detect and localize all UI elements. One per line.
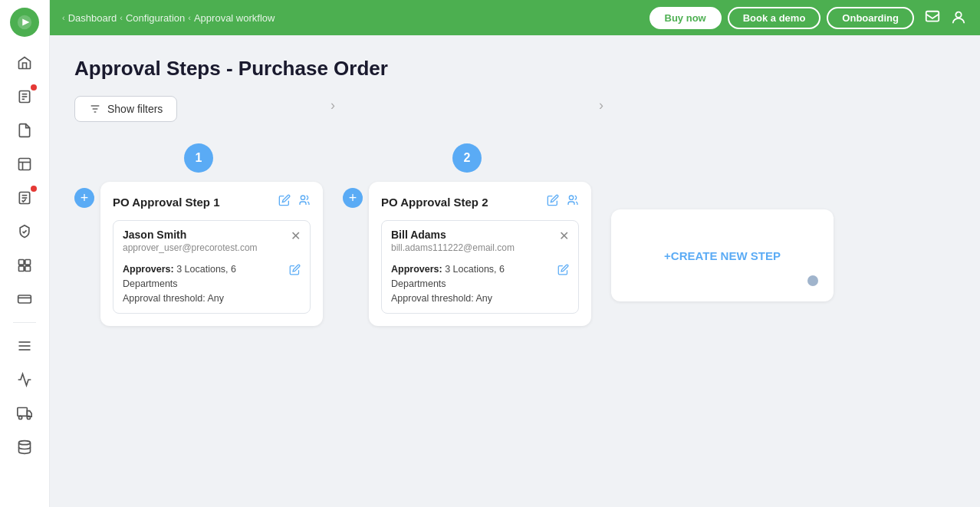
breadcrumb-approval-workflow[interactable]: Approval workflow	[194, 12, 275, 24]
svg-rect-13	[25, 260, 31, 265]
breadcrumb-arrow-2: ‹	[188, 13, 191, 22]
sidebar-home[interactable]	[11, 49, 38, 77]
step-2-header: PO Approval Step 2	[381, 194, 579, 209]
step-1-approver-info: Approvers: 3 Locations, 6 Departments Ap…	[123, 262, 283, 305]
sidebar-orders[interactable]	[11, 150, 38, 178]
step-1-approver-row: Jason Smith approver_user@precorotest.co…	[113, 220, 311, 314]
svg-point-30	[301, 196, 304, 199]
step-2-users-icon[interactable]	[567, 194, 579, 209]
svg-point-24	[19, 441, 31, 445]
step-1-users-icon[interactable]	[298, 194, 311, 209]
step-1-actions	[278, 194, 311, 209]
user-menu-icon[interactable]	[949, 8, 968, 27]
step-2-edit-approver-button[interactable]	[557, 264, 569, 278]
breadcrumb-arrow-0: ‹	[62, 13, 65, 22]
buy-now-button[interactable]: Buy now	[649, 7, 722, 29]
breadcrumb-arrow-1: ‹	[120, 13, 123, 22]
svg-rect-14	[19, 266, 25, 272]
main-area: ‹ Dashboard ‹ Configuration ‹ Approval w…	[50, 0, 980, 507]
sidebar-approvals[interactable]	[11, 184, 38, 212]
sidebar-inventory[interactable]	[11, 252, 38, 279]
svg-rect-15	[25, 266, 31, 272]
sidebar-logistics[interactable]	[11, 400, 38, 427]
svg-point-23	[27, 416, 30, 419]
show-filters-label: Show filters	[107, 103, 163, 115]
svg-point-26	[955, 12, 961, 18]
step-1-number: 1	[184, 143, 213, 173]
step-2-col: 2 + PO Approval Step 2	[343, 143, 591, 326]
step-1-approver-email: approver_user@precorotest.com	[123, 242, 301, 253]
arrow-1: ›	[323, 97, 343, 114]
onboarding-button[interactable]: Onboarding	[827, 7, 914, 29]
sidebar-requests[interactable]	[11, 83, 38, 110]
step-2-title: PO Approval Step 2	[381, 196, 488, 209]
step-1-approver-details: Approvers: 3 Locations, 6 Departments Ap…	[123, 262, 301, 305]
app-logo[interactable]	[10, 8, 39, 37]
sidebar-divider	[13, 322, 36, 323]
svg-rect-6	[19, 159, 31, 170]
step-2-remove-approver-button[interactable]: ✕	[559, 229, 569, 243]
sidebar-analytics[interactable]	[11, 366, 38, 393]
sidebar	[0, 0, 50, 507]
step-2-approver-info: Approvers: 3 Locations, 6 Departments Ap…	[391, 262, 551, 305]
step-1-title: PO Approval Step 1	[113, 196, 219, 209]
topnav: ‹ Dashboard ‹ Configuration ‹ Approval w…	[50, 0, 980, 35]
create-step-wrapper: +CREATE NEW STEP	[611, 143, 834, 301]
sidebar-storage[interactable]	[11, 433, 38, 461]
step-2-actions	[547, 194, 579, 209]
svg-rect-12	[19, 260, 25, 265]
step-1-card: PO Approval Step 1	[100, 182, 323, 326]
filter-icon	[89, 103, 101, 115]
step-2-edit-icon[interactable]	[547, 194, 559, 209]
create-new-step-button[interactable]: +CREATE NEW STEP	[611, 209, 834, 301]
sidebar-payments[interactable]	[11, 285, 38, 313]
breadcrumb-dashboard[interactable]: Dashboard	[68, 12, 117, 24]
arrow-2: ›	[591, 97, 611, 114]
sidebar-menu[interactable]	[11, 332, 38, 360]
svg-point-22	[19, 416, 22, 419]
step-2-approver-row: Bill Adams bill.adams111222@email.com ✕ …	[381, 220, 579, 314]
step-2-approver-email: bill.adams111222@email.com	[391, 242, 569, 253]
workflow-area: 1 + PO Approval Step 1	[74, 143, 955, 326]
svg-rect-16	[18, 295, 31, 303]
step-1-edit-approver-button[interactable]	[289, 264, 301, 278]
step-2-number: 2	[452, 143, 482, 173]
sidebar-documents[interactable]	[11, 117, 38, 144]
add-before-step-2-button[interactable]: +	[343, 188, 363, 208]
topnav-icons	[923, 8, 968, 27]
step-1-col: 1 + PO Approval Step 1	[74, 143, 323, 326]
show-filters-button[interactable]: Show filters	[74, 96, 177, 122]
step-2-wrapper: 2 + PO Approval Step 2	[343, 143, 591, 326]
drag-dot	[807, 275, 818, 286]
sidebar-compliance[interactable]	[11, 218, 38, 245]
add-before-step-1-button[interactable]: +	[74, 188, 94, 208]
step-2-approver-details: Approvers: 3 Locations, 6 Departments Ap…	[391, 262, 569, 305]
notifications-icon[interactable]	[923, 8, 942, 27]
content-area: Approval Steps - Purchase Order Show fil…	[50, 35, 980, 507]
svg-rect-21	[18, 408, 27, 416]
step-2-approver-name: Bill Adams	[391, 229, 569, 241]
breadcrumb-configuration[interactable]: Configuration	[126, 12, 185, 24]
step-1-wrapper: 1 + PO Approval Step 1	[74, 143, 323, 326]
create-step-label: +CREATE NEW STEP	[664, 249, 781, 262]
step-1-header: PO Approval Step 1	[113, 194, 311, 209]
page-title: Approval Steps - Purchase Order	[74, 57, 955, 81]
breadcrumb: ‹ Dashboard ‹ Configuration ‹ Approval w…	[62, 12, 649, 24]
step-1-edit-icon[interactable]	[278, 194, 291, 209]
svg-point-31	[569, 196, 573, 199]
step-2-card: PO Approval Step 2	[369, 182, 591, 326]
book-demo-button[interactable]: Book a demo	[728, 7, 821, 29]
topnav-buttons: Buy now Book a demo Onboarding	[649, 7, 914, 29]
step-1-approver-name: Jason Smith	[123, 229, 301, 241]
step-1-remove-approver-button[interactable]: ✕	[291, 229, 301, 243]
